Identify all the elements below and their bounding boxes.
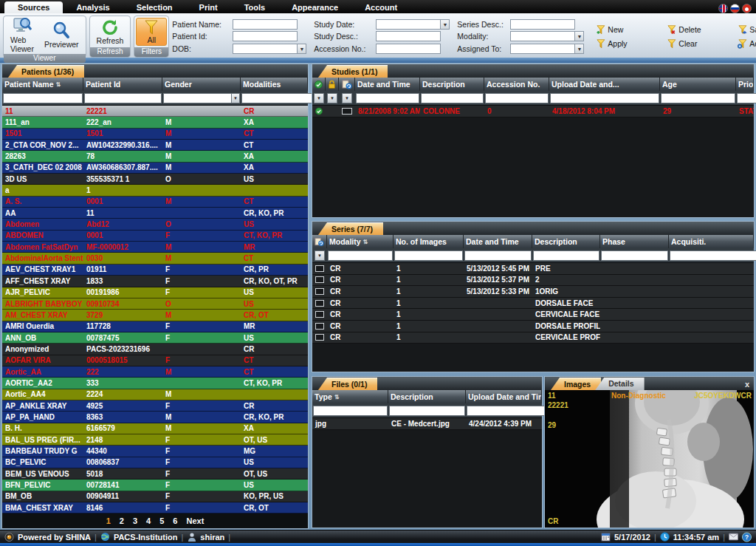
modality-field[interactable]	[510, 31, 575, 41]
dropdown-arrow-icon[interactable]: ▼	[574, 31, 584, 41]
studies-filter-dropdown-1[interactable]: ▼	[327, 93, 337, 103]
patient-row[interactable]: 2826378MXA	[2, 151, 308, 162]
patients-filter-input-2[interactable]	[163, 93, 232, 103]
save-filter-button[interactable]: Save	[738, 25, 756, 35]
patient-row[interactable]: a1	[2, 185, 308, 196]
studies-column-0[interactable]: Date and Time	[355, 78, 420, 91]
patients-column-3[interactable]: Modalities	[241, 78, 308, 91]
status-date[interactable]: 5/17/2012	[614, 533, 650, 542]
series-column-2[interactable]: Date and Time	[464, 235, 532, 248]
series-row[interactable]: CR15/13/2012 5:45 PMPRE	[312, 263, 754, 275]
series-checkbox[interactable]	[312, 275, 327, 286]
dropdown-arrow-icon[interactable]: ▼	[440, 19, 450, 30]
patient-row[interactable]: AEV_CHEST XRAY101911FCR, PR	[2, 265, 308, 276]
patient-row[interactable]: AOFAR VIRA0000518015FCT	[2, 355, 308, 366]
patient-row[interactable]: 3_CATH_DEC 02 2008AW360686307.887....MXA	[2, 163, 308, 174]
series-column-3[interactable]: Description	[532, 235, 600, 248]
patient-row[interactable]: AMRI Ouerdia117728FMR	[2, 321, 308, 332]
patient-row[interactable]: AFF_CHEST XRAY1833FCR, KO, OT, PR	[2, 276, 308, 287]
close-icon[interactable]: x	[745, 380, 754, 390]
uk-flag-icon[interactable]	[718, 4, 728, 13]
tab-files[interactable]: Files (0/1)	[318, 378, 377, 390]
patient-row[interactable]: Abdomen FatSatDynMF-0000012MMR	[2, 242, 308, 253]
series-filter-input-1[interactable]	[394, 250, 463, 261]
studies-column-2[interactable]: Accession No.	[484, 78, 549, 91]
tab-details[interactable]: Details	[595, 378, 644, 390]
file-row[interactable]: jpgCE - Medcert.jpg4/24/2012 4:39 PM	[312, 418, 542, 430]
patient-row[interactable]: 1122221CR	[2, 106, 308, 117]
patient-name-field[interactable]	[233, 19, 298, 30]
studies-filter-input-3[interactable]	[550, 93, 659, 103]
delete-filter-button[interactable]: Delete	[667, 25, 718, 35]
series-checkbox[interactable]	[312, 263, 327, 274]
series-desc-field[interactable]	[510, 19, 575, 30]
study-date-field[interactable]	[376, 19, 441, 30]
russia-flag-icon[interactable]	[730, 4, 740, 13]
patient-row[interactable]: AA11CR, KO, PR	[2, 208, 308, 219]
pagination-page-6[interactable]: 6	[173, 516, 177, 525]
patient-row[interactable]: ANN_OB00787475FUS	[2, 332, 308, 344]
pagination-next[interactable]: Next	[186, 516, 204, 525]
patient-row[interactable]: 111_an222_anMXA	[2, 117, 308, 128]
series-row[interactable]: CR1DORSALE PROFIL (0)	[312, 321, 754, 332]
series-column-5[interactable]: Acquisiti.	[669, 235, 754, 248]
patient-row[interactable]: AP_ANKLE XRAY4925FCR	[2, 400, 308, 412]
clear-filter-button[interactable]: Clear	[667, 39, 718, 49]
menu-tab-appearance[interactable]: Appearance	[278, 1, 351, 13]
previewer-button[interactable]: Previewer	[41, 21, 83, 49]
files-column-0[interactable]: Type⇅	[312, 390, 388, 403]
pagination-page-2[interactable]: 2	[120, 516, 124, 525]
menu-tab-tools[interactable]: Tools	[231, 1, 279, 13]
series-row[interactable]: CR1CERVICALE FACE	[312, 309, 754, 321]
studies-column-4[interactable]: Age	[660, 78, 736, 91]
refresh-button[interactable]: Refresh	[93, 19, 128, 45]
menu-tab-print[interactable]: Print	[186, 1, 231, 13]
assigned-to-field[interactable]	[510, 44, 575, 54]
series-checkbox[interactable]	[312, 286, 327, 297]
series-column-4[interactable]: Phase	[600, 235, 669, 248]
series-filter-input-0[interactable]	[328, 250, 393, 261]
series-checkbox[interactable]	[312, 332, 327, 344]
studies-filter-dropdown-0[interactable]: ▼	[314, 93, 324, 103]
patient-row[interactable]: BC_PELVIC00806837FUS	[2, 457, 308, 468]
tab-patients[interactable]: Patients (1/36)	[8, 65, 84, 78]
patient-row[interactable]: AbdomenAbd12OUS	[2, 219, 308, 230]
studies-column-5[interactable]: Priori	[736, 78, 754, 91]
studies-filter-input-1[interactable]	[421, 93, 484, 103]
new-filter-button[interactable]: New	[596, 25, 647, 35]
dropdown-arrow-icon[interactable]: ▼	[297, 44, 306, 54]
patient-row[interactable]: BM_OB00904911FKO, PR, US	[2, 491, 308, 502]
files-filter-input-2[interactable]	[467, 406, 556, 416]
patient-row[interactable]: BEM_US VENOUS5018FOT, US	[2, 468, 308, 480]
patient-row[interactable]: BARBEAU TRUDY G44340FMG	[2, 446, 308, 457]
series-filter-dropdown[interactable]: ▼	[315, 250, 325, 261]
studies-filter-input-0[interactable]	[356, 93, 419, 103]
accession-no-field[interactable]	[376, 44, 441, 54]
patients-column-2[interactable]: Gender	[162, 78, 241, 91]
web-viewer-button[interactable]: Web Viewer	[7, 17, 38, 53]
institution-label[interactable]: PACS-Institution	[114, 533, 178, 542]
study-desc-field[interactable]	[376, 31, 441, 41]
patient-row[interactable]: BFN_PELVIC00728141FUS	[2, 480, 308, 491]
series-column-1[interactable]: No. of Images	[394, 235, 464, 248]
dropdown-arrow-icon[interactable]: ▼	[574, 44, 584, 54]
status-time[interactable]: 11:34:57 am	[673, 533, 719, 542]
patient-id-field[interactable]	[233, 31, 298, 41]
patients-filter-input-0[interactable]	[3, 93, 83, 103]
mail-icon[interactable]	[729, 532, 738, 542]
pagination-page-1[interactable]: 1	[106, 516, 111, 525]
patient-row[interactable]: ALBRIGHT BABYBOY00910734OUS	[2, 298, 308, 310]
studies-column-3[interactable]: Upload Date and...	[549, 78, 660, 91]
series-checkbox[interactable]	[312, 298, 327, 309]
patient-row[interactable]: AnonymizedPACS-2023231696CR	[2, 344, 308, 355]
patient-row[interactable]: BMA_CHEST XRAY8146FCR, OT	[2, 502, 308, 513]
series-row[interactable]: CR1CERVICALE PROFIL	[312, 332, 754, 344]
patient-row[interactable]: A. S.0001MCT	[2, 197, 308, 208]
menu-tab-analysis[interactable]: Analysis	[63, 1, 123, 13]
dropdown-arrow-icon[interactable]: ▼	[231, 93, 240, 103]
patient-row[interactable]: AP_PA_HAND8363MCR, KO, PR	[2, 412, 308, 423]
patient-row[interactable]: 2_CTA COR_NOV 2...AW104232990.316....MCT	[2, 140, 308, 151]
pagination-page-5[interactable]: 5	[159, 516, 164, 525]
patient-row[interactable]: 15011501MCT	[2, 129, 308, 140]
patient-row[interactable]: AJR_PELVIC00191986FUS	[2, 287, 308, 298]
